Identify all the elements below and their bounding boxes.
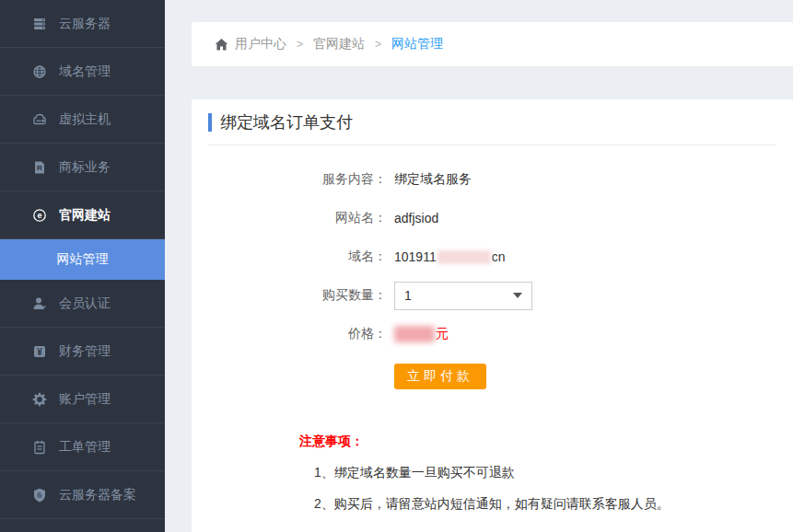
sidebar-item-label: 商标业务 <box>59 159 111 176</box>
finance-icon: ¥ <box>31 343 47 359</box>
service-label: 服务内容： <box>192 171 387 188</box>
breadcrumb-website-management[interactable]: 网站管理 <box>391 36 443 52</box>
domain-label: 域名： <box>192 249 387 265</box>
price-label: 价格： <box>192 326 387 342</box>
member-auth-icon <box>31 295 47 311</box>
globe-icon <box>31 64 47 79</box>
trademark-icon: R <box>31 159 47 175</box>
sidebar-item-label: 工单管理 <box>59 439 111 456</box>
home-icon <box>215 38 228 52</box>
notes-section: 注意事项： 1、绑定域名数量一旦购买不可退款 2、购买后，请留意站内短信通知，如… <box>299 434 793 515</box>
site-name-value: adfjsiod <box>394 211 438 226</box>
svg-text:备: 备 <box>36 492 42 499</box>
notes-heading: 注意事项： <box>299 434 793 452</box>
breadcrumb-website-builder[interactable]: 官网建站 <box>313 36 365 52</box>
svg-text:¥: ¥ <box>37 347 42 357</box>
price-redacted-blur <box>394 326 435 342</box>
sidebar-item-label: 官网建站 <box>59 207 111 224</box>
pay-now-button[interactable]: 立即付款 <box>394 364 486 389</box>
site-name-label: 网站名： <box>192 210 387 226</box>
panel-header: 绑定域名订单支付 <box>208 99 776 145</box>
svg-text:R: R <box>37 164 42 172</box>
svg-text:e: e <box>37 211 41 220</box>
quantity-selected-value: 1 <box>404 288 412 303</box>
sidebar-item-label: 财务管理 <box>59 343 111 360</box>
sidebar-item-label: 域名管理 <box>59 64 111 80</box>
breadcrumb-separator: > <box>375 38 381 51</box>
sidebar-item-domain-management[interactable]: 域名管理 <box>0 48 165 96</box>
sidebar-item-label: 虚拟主机 <box>59 111 111 128</box>
domain-value-suffix: cn <box>492 249 506 264</box>
sidebar-item-member-auth[interactable]: 会员认证 <box>0 280 165 328</box>
domain-value: 101911 cn <box>394 249 505 264</box>
sidebar-item-account[interactable]: 账户管理 <box>0 376 165 423</box>
title-accent-bar <box>208 113 212 132</box>
sidebar-item-label: 云服务器备案 <box>59 487 136 503</box>
sidebar-item-virtual-host[interactable]: 虚拟主机 <box>0 96 165 144</box>
form-row-price: 价格： 元 <box>192 315 793 353</box>
sidebar-subitem-website-management[interactable]: 网站管理 <box>0 239 165 280</box>
sidebar-subitem-label: 网站管理 <box>57 251 109 268</box>
sidebar-item-label: 云服务器 <box>59 16 111 32</box>
host-icon <box>31 111 47 127</box>
workorder-icon <box>31 439 47 455</box>
gear-icon <box>31 391 47 407</box>
domain-value-prefix: 101911 <box>394 249 437 264</box>
form-row-quantity: 购买数量： 1 <box>192 276 793 315</box>
sidebar-item-cloud-server[interactable]: 云服务器 <box>0 0 165 48</box>
sidebar-item-trademark[interactable]: R 商标业务 <box>0 144 165 191</box>
order-panel: 绑定域名订单支付 服务内容： 绑定域名服务 网站名： adfjsiod 域名： … <box>192 99 793 532</box>
sidebar-item-server-filing[interactable]: 备 云服务器备案 <box>0 471 165 519</box>
page-title: 绑定域名订单支付 <box>220 111 353 133</box>
website-icon: e <box>31 207 47 223</box>
quantity-label: 购买数量： <box>192 287 387 304</box>
pay-button-row: 立即付款 <box>394 364 793 389</box>
shield-icon: 备 <box>31 487 47 503</box>
main-content: 用户中心 > 官网建站 > 网站管理 绑定域名订单支付 服务内容： 绑定域名服务… <box>165 0 793 532</box>
sidebar: 云服务器 域名管理 虚拟主机 R 商标业务 e 官网建站 网站管理 会员认证 ¥ <box>0 0 165 532</box>
note-item: 2、购买后，请留意站内短信通知，如有疑问请联系客服人员。 <box>314 496 793 515</box>
breadcrumb: 用户中心 > 官网建站 > 网站管理 <box>192 22 793 66</box>
service-value: 绑定域名服务 <box>394 171 472 188</box>
chevron-down-icon <box>513 293 522 298</box>
sidebar-item-label: 会员认证 <box>59 295 111 312</box>
form-row-site-name: 网站名： adfjsiod <box>192 199 793 237</box>
price-value: 元 <box>394 326 449 342</box>
form-row-domain: 域名： 101911 cn <box>192 237 793 276</box>
server-icon <box>31 16 47 31</box>
price-unit: 元 <box>436 326 449 342</box>
form-row-service: 服务内容： 绑定域名服务 <box>192 160 793 199</box>
sidebar-item-finance[interactable]: ¥ 财务管理 <box>0 328 165 376</box>
breadcrumb-user-center[interactable]: 用户中心 <box>235 36 286 52</box>
quantity-select[interactable]: 1 <box>394 282 532 310</box>
domain-redacted-blur <box>437 250 491 264</box>
breadcrumb-separator: > <box>297 38 303 51</box>
sidebar-item-label: 账户管理 <box>59 391 111 408</box>
sidebar-item-workorder[interactable]: 工单管理 <box>0 423 165 471</box>
note-item: 1、绑定域名数量一旦购买不可退款 <box>314 465 793 483</box>
sidebar-item-website-builder[interactable]: e 官网建站 <box>0 191 165 239</box>
order-form: 服务内容： 绑定域名服务 网站名： adfjsiod 域名： 101911 cn… <box>192 145 793 389</box>
